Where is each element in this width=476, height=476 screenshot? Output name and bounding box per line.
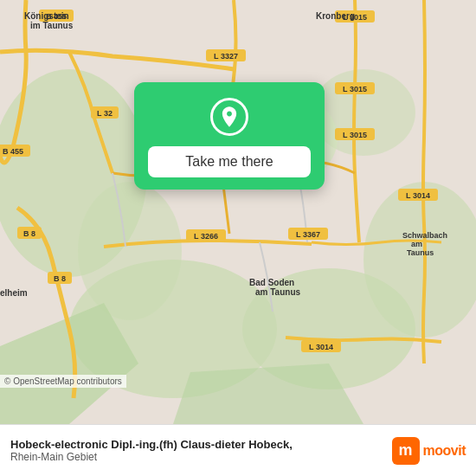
svg-text:L 3367: L 3367 [296, 230, 320, 239]
svg-text:Kronberg: Kronberg [316, 11, 355, 21]
svg-text:Königstein: Königstein [24, 11, 69, 21]
svg-text:L 3014: L 3014 [309, 343, 333, 351]
svg-point-7 [78, 182, 182, 320]
svg-text:B 8: B 8 [54, 274, 66, 283]
moovit-logo: m moovit [392, 437, 466, 465]
location-title: Hobeck-electronic Dipl.-ing.(fh) Claus-d… [10, 438, 392, 451]
svg-text:L 3014: L 3014 [406, 191, 430, 200]
map-attribution: © OpenStreetMap contributors [0, 375, 126, 388]
svg-text:L 3266: L 3266 [194, 232, 218, 241]
bottom-info-bar: Hobeck-electronic Dipl.-ing.(fh) Claus-d… [0, 424, 476, 476]
svg-text:Taunus: Taunus [407, 248, 434, 257]
moovit-logo-text: moovit [423, 443, 466, 459]
svg-text:Schwalbach: Schwalbach [402, 231, 447, 240]
svg-text:elheim: elheim [0, 288, 28, 298]
svg-text:L 3327: L 3327 [214, 52, 238, 61]
svg-text:B 455: B 455 [3, 147, 23, 156]
location-pin-icon [210, 98, 248, 136]
location-info: Hobeck-electronic Dipl.-ing.(fh) Claus-d… [10, 438, 392, 463]
svg-text:am: am [411, 240, 422, 248]
svg-text:B 8: B 8 [23, 229, 35, 238]
map-view: B 455 B 455 B 8 B 8 L 3327 L 3015 L 3015… [0, 0, 476, 424]
svg-text:L 3015: L 3015 [343, 85, 367, 93]
svg-text:L 32: L 32 [97, 109, 113, 118]
svg-text:Bad Soden: Bad Soden [249, 278, 294, 287]
location-popup: Take me there [134, 82, 325, 190]
location-subtitle: Rhein-Main Gebiet [10, 451, 392, 463]
svg-text:im Taunus: im Taunus [30, 21, 74, 30]
take-me-there-button[interactable]: Take me there [148, 146, 311, 177]
svg-text:am Taunus: am Taunus [255, 287, 300, 297]
svg-text:L 3015: L 3015 [343, 131, 367, 139]
moovit-logo-icon: m [392, 437, 420, 465]
